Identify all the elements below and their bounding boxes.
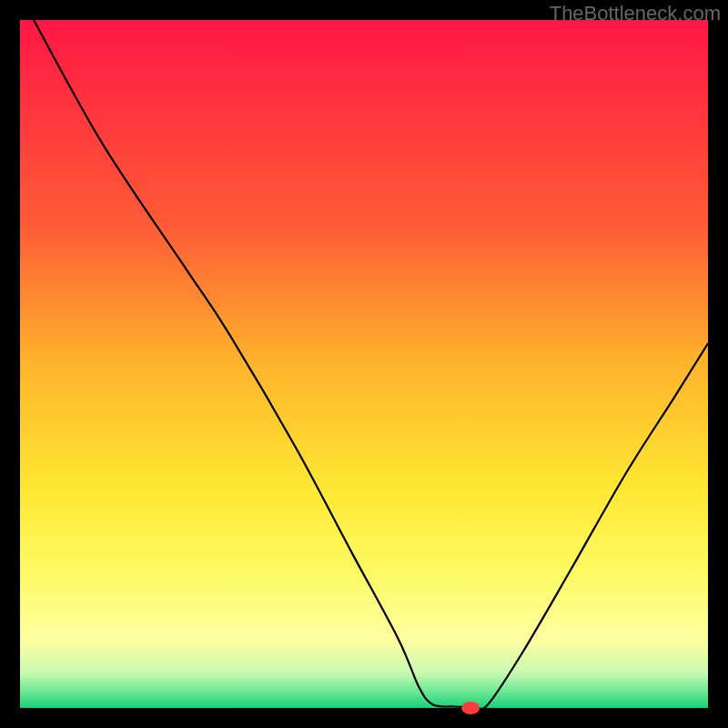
optimal-point-marker [461, 702, 480, 714]
gradient-background [20, 20, 708, 708]
watermark-text: TheBottleneck.com [550, 2, 721, 25]
chart-svg [0, 0, 728, 728]
chart-container: TheBottleneck.com [0, 0, 728, 728]
